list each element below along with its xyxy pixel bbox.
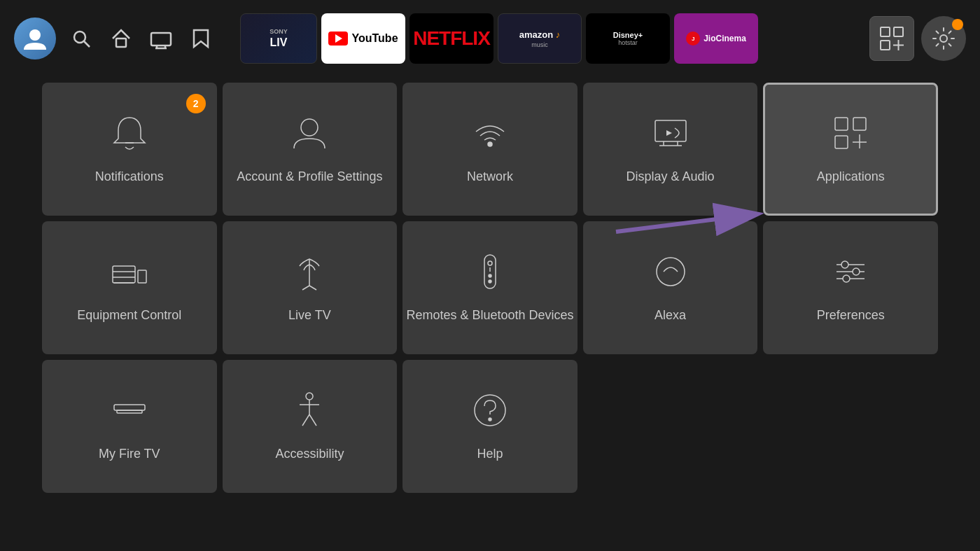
my-fire-tv-cell[interactable]: My Fire TV (42, 360, 217, 493)
svg-point-48 (306, 393, 313, 400)
monitor-icon (650, 112, 692, 157)
display-audio-cell[interactable]: Display & Audio (583, 83, 758, 216)
help-icon (469, 389, 511, 434)
svg-point-37 (489, 274, 491, 277)
accessibility-icon (288, 389, 330, 434)
svg-rect-9 (894, 27, 903, 36)
youtube-tile[interactable]: YouTube (321, 13, 405, 64)
sliders-icon (830, 251, 872, 295)
svg-point-45 (843, 275, 850, 282)
display-audio-label: Display & Audio (626, 168, 715, 186)
accessibility-label: Accessibility (275, 445, 344, 463)
svg-line-51 (302, 414, 309, 426)
help-cell[interactable]: Help (402, 360, 578, 493)
alexa-cell[interactable]: Alexa (583, 221, 758, 354)
my-fire-tv-label: My Fire TV (99, 445, 160, 463)
svg-point-13 (940, 35, 947, 42)
svg-rect-47 (117, 410, 142, 413)
svg-line-52 (309, 414, 316, 426)
live-tv-label: Live TV (288, 307, 331, 324)
app-shortcuts: SONY LIV YouTube NETFLIX amazon ♪ music (240, 13, 862, 64)
svg-point-38 (489, 280, 491, 283)
fire-tv-icon (108, 389, 150, 434)
top-bar: SONY LIV YouTube NETFLIX amazon ♪ music (0, 0, 980, 77)
nav-icons (70, 27, 212, 50)
svg-point-16 (488, 142, 492, 146)
preferences-cell[interactable]: Preferences (763, 221, 938, 354)
svg-rect-3 (116, 39, 126, 47)
wifi-icon (469, 112, 511, 157)
network-cell[interactable]: Network (402, 83, 578, 216)
bell-icon (108, 112, 150, 157)
amazon-music-tile[interactable]: amazon ♪ music (498, 13, 582, 64)
notifications-cell[interactable]: 2 Notifications (42, 83, 217, 216)
svg-line-33 (309, 286, 316, 290)
svg-point-15 (301, 119, 318, 136)
svg-rect-26 (113, 266, 135, 283)
svg-rect-8 (881, 27, 890, 36)
svg-point-54 (489, 418, 491, 421)
jio-cinema-tile[interactable]: J JioCinema (674, 13, 758, 64)
alexa-label: Alexa (654, 307, 686, 324)
remote-icon (469, 251, 511, 295)
search-icon[interactable] (70, 27, 92, 50)
notification-badge: 2 (186, 94, 206, 113)
tv-icon[interactable] (150, 27, 172, 50)
sony-liv-tile[interactable]: SONY LIV (240, 13, 317, 64)
accessibility-cell[interactable]: Accessibility (223, 360, 398, 493)
equipment-control-cell[interactable]: Equipment Control (42, 221, 217, 354)
svg-rect-22 (853, 118, 866, 130)
svg-rect-23 (835, 136, 848, 148)
top-bar-right (869, 16, 966, 61)
bookmark-icon[interactable] (190, 27, 212, 50)
svg-rect-21 (835, 118, 848, 130)
live-tv-cell[interactable]: Live TV (223, 221, 398, 354)
settings-grid: 2 Notifications A (0, 77, 980, 498)
settings-button[interactable] (921, 16, 966, 61)
apps-icon (830, 112, 872, 157)
network-label: Network (467, 168, 513, 186)
account-profile-cell[interactable]: Account & Profile Settings (223, 83, 398, 216)
svg-line-2 (84, 41, 90, 47)
svg-point-35 (488, 261, 492, 265)
preferences-label: Preferences (817, 307, 885, 324)
add-apps-button[interactable] (869, 16, 914, 61)
svg-point-44 (853, 268, 860, 275)
help-label: Help (477, 445, 503, 463)
alexa-icon (650, 251, 692, 295)
remotes-bluetooth-label: Remotes & Bluetooth Devices (406, 307, 573, 324)
equipment-control-label: Equipment Control (77, 307, 181, 324)
svg-point-1 (74, 32, 85, 43)
svg-rect-4 (151, 33, 171, 46)
top-bar-left (14, 18, 212, 60)
applications-label: Applications (817, 168, 885, 186)
svg-rect-10 (881, 41, 890, 50)
remotes-bluetooth-cell[interactable]: Remotes & Bluetooth Devices (402, 221, 578, 354)
notifications-label: Notifications (95, 168, 164, 186)
avatar[interactable] (14, 18, 56, 60)
svg-rect-17 (655, 120, 686, 141)
svg-point-0 (29, 29, 41, 41)
applications-cell[interactable]: Applications (763, 83, 938, 216)
account-profile-label: Account & Profile Settings (237, 168, 382, 186)
tv-control-icon (108, 251, 150, 295)
svg-line-32 (302, 286, 309, 290)
svg-rect-46 (114, 405, 145, 410)
antenna-icon (288, 251, 330, 295)
notification-dot (952, 19, 963, 30)
svg-point-39 (657, 258, 685, 286)
svg-rect-29 (138, 270, 146, 283)
home-icon[interactable] (110, 27, 132, 50)
person-icon (288, 112, 330, 157)
netflix-tile[interactable]: NETFLIX (410, 13, 493, 64)
disney-hotstar-tile[interactable]: Disney+ hotstar (586, 13, 670, 64)
svg-point-43 (841, 261, 848, 268)
